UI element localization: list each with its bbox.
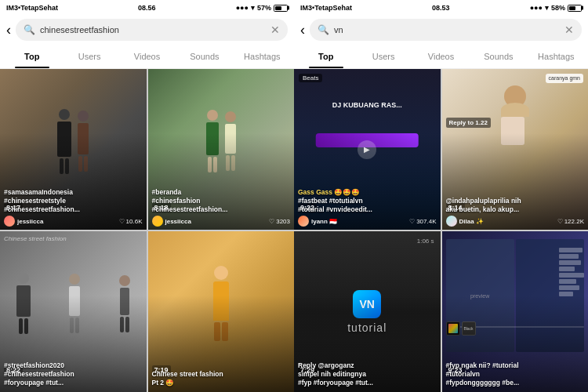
like-count-r2: ♡ 122.2K — [557, 218, 584, 225]
video-tags-r2: @indahpaluplaprilia nihaku buetin, kalo … — [446, 197, 585, 214]
clear-icon-right[interactable]: ✕ — [564, 24, 574, 36]
heart-icon-r2: ♡ — [557, 218, 563, 225]
video-card-r2[interactable]: caranya gmn Reply to 1.22 8:14 @indahpal… — [442, 69, 589, 230]
tab-top-left[interactable]: Top — [3, 44, 60, 68]
video-info-r1: Gass Gass 🤩🤩🤩#fastbeat #totutialvn#totur… — [294, 185, 441, 230]
video-meta-2: jessiicca ♡ 3203 — [152, 216, 291, 227]
video-info-r4: #fyp ngak nii? #tutorial#tutorialvn#fypd… — [442, 358, 589, 392]
battery-percent-right: 58% — [551, 4, 565, 12]
clear-icon-left[interactable]: ✕ — [270, 24, 280, 36]
video-author-r2: Dilaa ✨ — [446, 216, 484, 227]
video-tags-r4: #fyp ngak nii? #tutorial#tutorialvn#fypd… — [446, 361, 585, 387]
video-info-3: #streetfashion2020#chinesestreetfashion#… — [0, 358, 147, 392]
dj-title: DJ KUBUANG RAS... — [298, 101, 437, 109]
video-tags-2: #beranda#chinesfashion#chinesestreetfash… — [152, 188, 291, 214]
video-author-2: jessiicca — [152, 216, 191, 227]
like-count-2: ♡ 3203 — [269, 218, 290, 225]
tab-users-left[interactable]: Users — [60, 44, 118, 68]
search-box-left[interactable]: 🔍 chinesestreetfashion ✕ — [16, 19, 288, 41]
phone-right: IM3•TetapSehat 08.53 ●●● ▾ 58% ‹ 🔍 vn ✕ … — [294, 0, 588, 392]
video-tags-1: #samasamaIndonesia#chinesestreetstyle#ch… — [4, 188, 143, 214]
phone-left: IM3•TetapSehat 08.56 ●●● ▾ 57% ‹ 🔍 chine… — [0, 0, 294, 392]
reply-overlay: caranya gmn — [546, 74, 583, 83]
tab-videos-right[interactable]: Videos — [412, 44, 470, 68]
video-info-r3: Reply @argoganzsimpel nih editingnya#fyp… — [294, 358, 441, 392]
author-name-2: jessiicca — [165, 218, 191, 225]
avatar-r2 — [446, 216, 457, 227]
edit-bars — [559, 248, 584, 296]
wifi-icon-right: ▾ — [545, 4, 549, 12]
like-count-r1: ♡ 307.4K — [409, 218, 436, 225]
avatar-1 — [4, 216, 15, 227]
search-icon-left: 🔍 — [24, 24, 35, 35]
right-icons-right: ●●● ▾ 58% — [530, 4, 582, 12]
carrier-left: IM3•TetapSehat — [6, 4, 58, 12]
battery-percent-left: 57% — [257, 4, 271, 12]
search-query-left: chinesestreetfashion — [40, 25, 266, 34]
author-name-r1: lyann 🇮🇩 — [311, 218, 337, 225]
tab-hashtags-left[interactable]: Hashtags — [234, 44, 291, 68]
video-card-1[interactable]: 8:17 #samasamaIndonesia#chinesestreetsty… — [0, 69, 147, 230]
tab-sounds-left[interactable]: Sounds — [176, 44, 233, 68]
video-tags-r1: Gass Gass 🤩🤩🤩#fastbeat #totutialvn#totur… — [298, 188, 437, 214]
avatar-r1 — [298, 216, 309, 227]
back-button-left[interactable]: ‹ — [6, 23, 11, 37]
tab-top-right[interactable]: Top — [297, 44, 354, 68]
video-tags-4: Chinese street fashionPt 2 🤩 — [152, 370, 291, 387]
author-name-1: jessiicca — [17, 218, 43, 225]
video-card-4[interactable]: 7:19 Chinese street fashionPt 2 🤩 — [148, 231, 295, 392]
video-card-3[interactable]: Chinese street fashion — [0, 231, 147, 392]
search-icon-right: 🔍 — [318, 24, 329, 35]
like-count-1: ♡ 10.6K — [119, 218, 143, 225]
signal-icon: ●●● — [236, 4, 249, 12]
battery-icon-left — [274, 5, 288, 12]
tab-users-right[interactable]: Users — [354, 44, 412, 68]
tabs-right: Top Users Videos Sounds Hashtags — [294, 44, 588, 69]
heart-icon-1: ♡ — [119, 218, 125, 225]
right-icons-left: ●●● ▾ 57% — [236, 4, 288, 12]
duration-sub: 1:06 s — [417, 238, 434, 245]
likes-r1: 307.4K — [416, 218, 436, 225]
video-meta-r1: lyann 🇮🇩 ♡ 307.4K — [298, 216, 437, 227]
search-area-right: ‹ 🔍 vn ✕ — [294, 16, 588, 44]
search-query-right: vn — [334, 25, 560, 34]
video-info-4: Chinese street fashionPt 2 🤩 — [148, 367, 295, 392]
status-bar-right: IM3•TetapSehat 08.53 ●●● ▾ 58% — [294, 0, 588, 16]
video-grid-right: DJ KUBUANG RAS... ▶ Beats 9:22 Gass Gass… — [294, 69, 588, 392]
video-card-r4[interactable]: preview Black 9:23 — [442, 231, 589, 392]
video-card-r3[interactable]: VN tutorial 1:06 s 7:29 Reply @argoganzs… — [294, 231, 441, 392]
likes-r2: 122.2K — [564, 218, 584, 225]
author-name-r2: Dilaa ✨ — [459, 218, 484, 225]
video-card-2[interactable]: 8:18 #beranda#chinesfashion#chinesestree… — [148, 69, 295, 230]
search-area-left: ‹ 🔍 chinesestreetfashion ✕ — [0, 16, 294, 44]
tab-videos-left[interactable]: Videos — [118, 44, 176, 68]
likes-1: 10.6K — [126, 218, 143, 225]
time-left: 08.56 — [138, 4, 156, 12]
video-author-r1: lyann 🇮🇩 — [298, 216, 337, 227]
heart-icon-2: ♡ — [269, 218, 274, 225]
video-tags-r3: Reply @argoganzsimpel nih editingnya#fyp… — [298, 361, 437, 387]
heart-icon-r1: ♡ — [409, 218, 415, 225]
video-author-1: jessiicca — [4, 216, 43, 227]
wifi-icon: ▾ — [251, 4, 255, 12]
signal-icon-right: ●●● — [530, 4, 543, 12]
video-info-1: #samasamaIndonesia#chinesestreetstyle#ch… — [0, 185, 147, 230]
time-right: 08.53 — [432, 4, 450, 12]
beats-badge: Beats — [299, 74, 322, 82]
battery-icon-right — [568, 5, 582, 12]
video-card-r1[interactable]: DJ KUBUANG RAS... ▶ Beats 9:22 Gass Gass… — [294, 69, 441, 230]
video-meta-r2: Dilaa ✨ ♡ 122.2K — [446, 216, 585, 227]
tab-hashtags-right[interactable]: Hashtags — [528, 44, 585, 68]
avatar-2 — [152, 216, 163, 227]
reply-badge: Reply to 1.22 — [446, 118, 491, 128]
likes-2: 3203 — [276, 218, 290, 225]
video-tags-3: #streetfashion2020#chinesestreetfashion#… — [4, 361, 143, 387]
video-info-2: #beranda#chinesfashion#chinesestreetfash… — [148, 185, 295, 230]
search-box-right[interactable]: 🔍 vn ✕ — [310, 19, 582, 41]
back-button-right[interactable]: ‹ — [300, 23, 305, 37]
status-bar-left: IM3•TetapSehat 08.56 ●●● ▾ 57% — [0, 0, 294, 16]
video-info-r2: @indahpaluplaprilia nihaku buetin, kalo … — [442, 194, 589, 230]
tabs-left: Top Users Videos Sounds Hashtags — [0, 44, 294, 69]
tab-sounds-right[interactable]: Sounds — [470, 44, 527, 68]
video-meta-1: jessiicca ♡ 10.6K — [4, 216, 143, 227]
